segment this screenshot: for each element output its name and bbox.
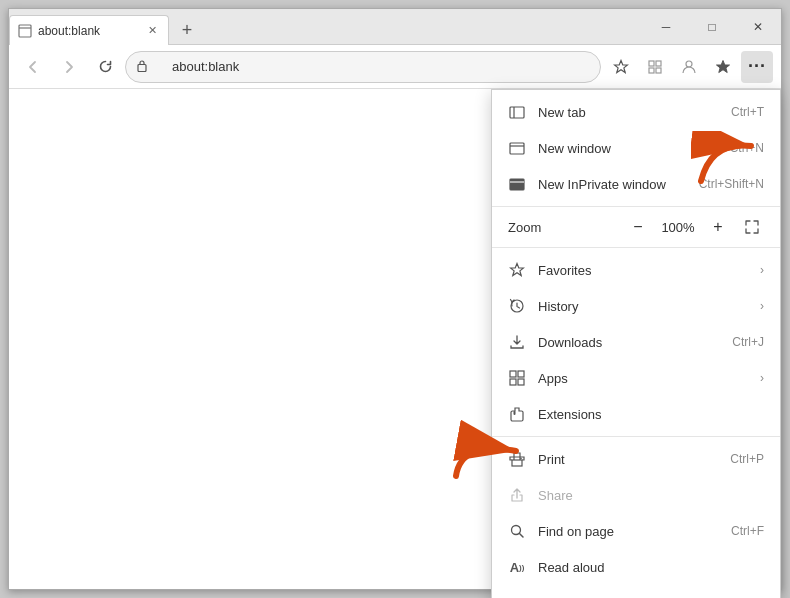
new-window-label: New window [538,141,718,156]
inprivate-label: New InPrivate window [538,177,687,192]
menu-item-read-aloud[interactable]: A)) Read aloud [492,549,780,585]
new-tab-shortcut: Ctrl+T [731,105,764,119]
read-aloud-icon: A)) [508,558,526,576]
svg-rect-21 [510,379,516,385]
dropdown-menu: New tab Ctrl+T New window Ctrl+N New InP… [491,89,781,598]
find-shortcut: Ctrl+F [731,524,764,538]
page-content: New tab Ctrl+T New window Ctrl+N New InP… [9,89,781,589]
favorites-bar-button[interactable] [707,51,739,83]
print-shortcut: Ctrl+P [730,452,764,466]
svg-point-25 [520,458,522,460]
downloads-shortcut: Ctrl+J [732,335,764,349]
svg-marker-9 [717,60,730,72]
menu-item-new-tab[interactable]: New tab Ctrl+T [492,94,780,130]
star-button[interactable] [605,51,637,83]
menu-item-more-tools[interactable]: More tools › [492,585,780,598]
extensions-label: Extensions [538,407,764,422]
address-field[interactable]: about:blank [125,51,601,83]
new-tab-button[interactable]: + [173,16,201,44]
extensions-icon [508,405,526,423]
menu-item-inprivate[interactable]: New InPrivate window Ctrl+Shift+N [492,166,780,202]
lock-icon [136,59,148,74]
svg-rect-13 [510,143,524,154]
menu-item-print[interactable]: Print Ctrl+P [492,441,780,477]
share-icon [508,486,526,504]
active-tab[interactable]: about:blank ✕ [9,15,169,45]
favorites-icon [508,261,526,279]
history-label: History [538,299,748,314]
tab-bar: about:blank ✕ + [9,9,643,44]
forward-button[interactable] [53,51,85,83]
refresh-button[interactable] [89,51,121,83]
more-button[interactable]: ··· [741,51,773,83]
minimize-button[interactable]: ─ [643,9,689,45]
share-label: Share [538,488,764,503]
menu-item-favorites[interactable]: Favorites › [492,252,780,288]
menu-item-downloads[interactable]: Downloads Ctrl+J [492,324,780,360]
more-tools-icon [508,594,526,598]
svg-point-8 [686,61,692,67]
profile-button[interactable] [673,51,705,83]
menu-item-share: Share [492,477,780,513]
browser-window: about:blank ✕ + ─ □ ✕ about:blank [8,8,782,590]
apps-label: Apps [538,371,748,386]
svg-rect-19 [510,371,516,377]
tab-close-button[interactable]: ✕ [144,23,160,39]
svg-rect-24 [512,460,522,466]
print-icon [508,450,526,468]
svg-line-27 [520,534,524,538]
svg-rect-22 [518,379,524,385]
inprivate-icon [508,175,526,193]
favorites-label: Favorites [538,263,748,278]
menu-item-apps[interactable]: Apps › [492,360,780,396]
inprivate-shortcut: Ctrl+Shift+N [699,177,764,191]
title-bar: about:blank ✕ + ─ □ ✕ [9,9,781,45]
menu-section-new: New tab Ctrl+T New window Ctrl+N New InP… [492,90,780,207]
close-button[interactable]: ✕ [735,9,781,45]
find-icon [508,522,526,540]
tab-title: about:blank [38,24,138,38]
svg-rect-7 [656,68,661,73]
svg-marker-17 [511,264,524,276]
svg-rect-15 [510,179,524,190]
collections-button[interactable] [639,51,671,83]
menu-item-history[interactable]: History › [492,288,780,324]
find-label: Find on page [538,524,719,539]
favorites-arrow: › [760,263,764,277]
svg-rect-20 [518,371,524,377]
downloads-icon [508,333,526,351]
zoom-out-button[interactable]: − [624,213,652,241]
new-window-icon [508,139,526,157]
apps-icon [508,369,526,387]
svg-rect-4 [649,61,654,66]
maximize-button[interactable]: □ [689,9,735,45]
menu-section-tools: Print Ctrl+P Share Find on page Ctrl+F [492,437,780,598]
read-aloud-label: Read aloud [538,560,764,575]
back-button[interactable] [17,51,49,83]
tab-page-icon [18,24,32,38]
print-label: Print [538,452,718,467]
address-bar: about:blank ··· [9,45,781,89]
zoom-row: Zoom − 100% + [492,207,780,248]
apps-arrow: › [760,371,764,385]
menu-item-extensions[interactable]: Extensions [492,396,780,432]
new-tab-icon [508,103,526,121]
svg-rect-5 [656,61,661,66]
svg-rect-2 [138,65,146,72]
new-tab-label: New tab [538,105,719,120]
more-icon: ··· [748,56,766,77]
zoom-in-button[interactable]: + [704,213,732,241]
zoom-value: 100% [660,220,696,235]
zoom-label: Zoom [508,220,616,235]
svg-rect-11 [510,107,524,118]
history-arrow: › [760,299,764,313]
new-window-shortcut: Ctrl+N [730,141,764,155]
menu-item-new-window[interactable]: New window Ctrl+N [492,130,780,166]
menu-section-nav: Favorites › History › Downloads Ctrl+J [492,248,780,437]
downloads-label: Downloads [538,335,720,350]
menu-item-find[interactable]: Find on page Ctrl+F [492,513,780,549]
zoom-expand-button[interactable] [740,215,764,239]
address-text: about:blank [156,59,239,74]
history-icon [508,297,526,315]
svg-rect-0 [19,25,31,37]
